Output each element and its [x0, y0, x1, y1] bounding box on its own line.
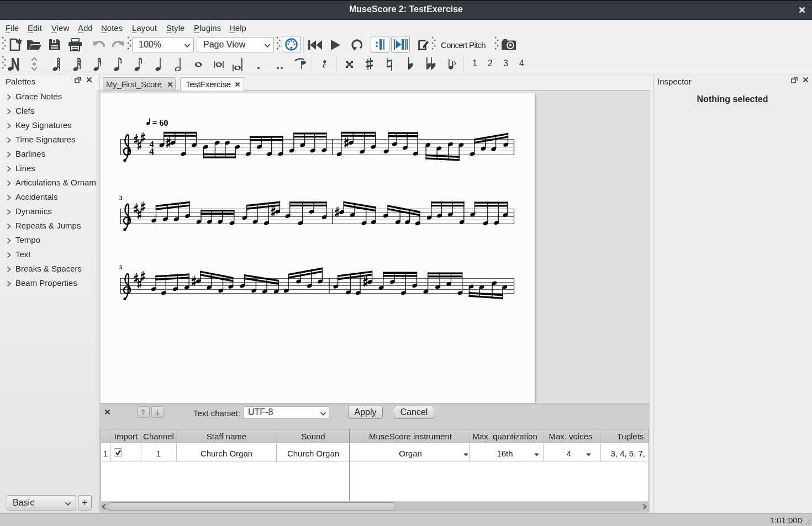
svg-text:4: 4: [149, 146, 154, 157]
svg-text:5: 5: [119, 264, 123, 270]
svg-text:5: 5: [454, 59, 457, 66]
svg-text:= 60: = 60: [152, 118, 168, 127]
svg-text:3: 3: [119, 194, 123, 201]
